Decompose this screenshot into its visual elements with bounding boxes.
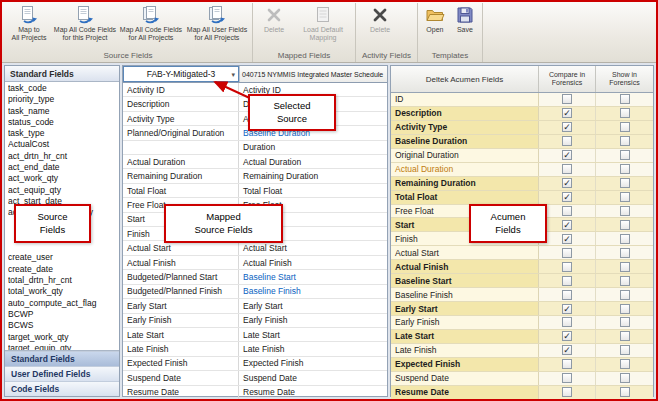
show-checkbox[interactable] [620,192,630,202]
show-checkbox[interactable] [620,220,630,230]
show-checkbox[interactable] [620,94,630,104]
compare-checkbox[interactable] [562,317,572,327]
compare-checkbox[interactable] [562,290,572,300]
compare-in-forensics-cell: ✓ [539,330,596,343]
source-field-item[interactable]: act_end_date [8,162,119,173]
show-checkbox[interactable] [620,304,630,314]
acumen-field-name: Baseline Start [391,274,539,287]
compare-checkbox[interactable]: ✓ [562,331,572,341]
source-field-item[interactable]: total_drtn_hr_cnt [8,275,119,286]
compare-checkbox[interactable]: ✓ [562,234,572,244]
compare-checkbox[interactable]: ✓ [562,304,572,314]
compare-checkbox[interactable] [562,262,572,272]
source-field-item[interactable]: act_work_qty [8,173,119,184]
show-checkbox[interactable] [620,248,630,258]
source-field-item[interactable]: task_name [8,106,119,117]
mapping-row[interactable]: Remaining DurationRemaining Duration [123,169,387,183]
acumen-field-name: Original Duration [391,149,539,162]
source-field-item[interactable]: target_equip_qty [8,343,119,350]
show-checkbox[interactable] [620,345,630,355]
source-selector-dropdown[interactable]: FAB-Y-Mitigated-3 ▾ [123,66,239,82]
source-field-item[interactable]: BCWS [8,320,119,331]
show-checkbox[interactable] [620,317,630,327]
mapping-row[interactable]: Late FinishLate Finish [123,342,387,356]
show-checkbox[interactable] [620,150,630,160]
source-field-item[interactable]: auto_compute_act_flag [8,298,119,309]
compare-checkbox[interactable]: ✓ [562,178,572,188]
source-field-item[interactable]: create_user [8,252,119,263]
mapping-row[interactable]: Budgeted/Planned FinishBaseline Finish [123,285,387,299]
mapping-row[interactable]: Actual StartActual Start [123,241,387,255]
compare-checkbox[interactable]: ✓ [562,108,572,118]
compare-checkbox[interactable] [562,164,572,174]
source-field-item[interactable]: priority_type [8,94,119,105]
source-field-item[interactable]: task_type [8,128,119,139]
save-template-button[interactable]: Save [450,3,480,50]
compare-checkbox[interactable] [562,276,572,286]
compare-checkbox[interactable]: ✓ [562,150,572,160]
map-code-fields-all-projects-button[interactable]: Map All Code Fields for All Projects [118,3,184,50]
mapping-row[interactable]: Resume DateResume Date [123,386,387,400]
mapped-source-fields-callout: Mapped Source Fields [164,204,283,243]
compare-checkbox[interactable] [562,359,572,369]
mapping-row[interactable]: Total FloatTotal Float [123,184,387,198]
show-checkbox[interactable] [620,331,630,341]
compare-checkbox[interactable]: ✓ [562,220,572,230]
source-field-item[interactable]: total_work_qty [8,286,119,297]
compare-in-forensics-cell [539,386,596,399]
show-checkbox[interactable] [620,206,630,216]
show-checkbox[interactable] [620,276,630,286]
compare-checkbox[interactable] [562,387,572,397]
field-category-button-standard-fields[interactable]: Standard Fields [5,351,119,366]
show-checkbox[interactable] [620,373,630,383]
mapping-row[interactable]: Duration [123,141,387,155]
show-checkbox[interactable] [620,136,630,146]
show-checkbox[interactable] [620,122,630,132]
source-field-item[interactable]: target_work_qty [8,332,119,343]
mapping-row[interactable]: Early StartEarly Start [123,299,387,313]
show-checkbox[interactable] [620,387,630,397]
show-checkbox[interactable] [620,262,630,272]
source-field-item[interactable]: act_equip_qty [8,185,119,196]
show-checkbox[interactable] [620,359,630,369]
mapping-row[interactable]: Budgeted/Planned StartBaseline Start [123,270,387,284]
source-field-item[interactable]: ActualCost [8,139,119,150]
acumen-fields-header: Deltek Acumen Fields Compare in Forensic… [391,66,653,93]
source-field-item[interactable]: task_code [8,83,119,94]
compare-checkbox[interactable]: ✓ [562,192,572,202]
show-checkbox[interactable] [620,164,630,174]
mapping-row[interactable]: Actual DurationActual Duration [123,155,387,169]
compare-checkbox[interactable] [562,206,572,216]
show-checkbox[interactable] [620,290,630,300]
compare-checkbox[interactable] [562,248,572,258]
source-field-item[interactable]: create_date [8,264,119,275]
show-in-forensics-cell [596,344,653,357]
mapping-row[interactable]: Expected FinishExpected Finish [123,357,387,371]
map-user-fields-all-projects-button[interactable]: Map All User Fields for All Projects [184,3,250,50]
show-in-forensics-column-header: Show in Forensics [596,66,653,92]
open-template-button[interactable]: Open [420,3,450,50]
acumen-field-name: Suspend Date [391,372,539,385]
compare-checkbox[interactable]: ✓ [562,122,572,132]
ribbon-group-label-templates: Templates [420,50,480,62]
mapping-row[interactable]: Suspend DateSuspend Date [123,371,387,385]
field-category-button-user-defined-fields[interactable]: User Defined Fields [5,366,119,381]
source-field-item[interactable]: act_drtn_hr_cnt [8,151,119,162]
source-field-item[interactable]: status_code [8,117,119,128]
show-checkbox[interactable] [620,178,630,188]
mapping-row[interactable]: Early FinishEarly Finish [123,314,387,328]
mapping-row[interactable]: Late StartLate Start [123,328,387,342]
compare-checkbox[interactable] [562,136,572,146]
compare-checkbox[interactable] [562,94,572,104]
compare-checkbox[interactable]: ✓ [562,345,572,355]
acumen-field-name: Early Finish [391,316,539,329]
show-checkbox[interactable] [620,108,630,118]
field-category-button-code-fields[interactable]: Code Fields [5,381,119,396]
map-to-all-projects-button[interactable]: Map to All Projects [6,3,52,50]
mapping-row[interactable]: Actual FinishActual Finish [123,256,387,270]
compare-checkbox[interactable] [562,373,572,383]
source-field-item[interactable]: BCWP [8,309,119,320]
map-code-fields-this-project-button[interactable]: Map All Code Fields for this Project [52,3,118,50]
compare-in-forensics-cell: ✓ [539,302,596,315]
show-checkbox[interactable] [620,234,630,244]
